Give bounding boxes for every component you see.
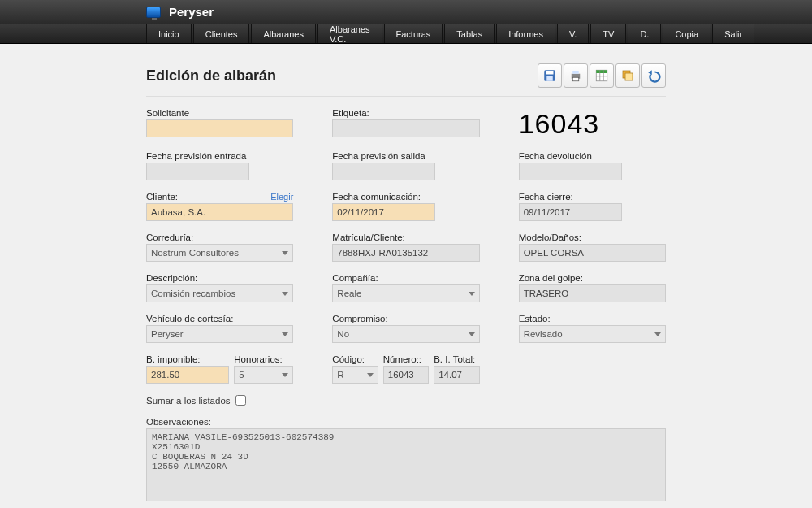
print-button[interactable] xyxy=(564,63,588,88)
menu-d[interactable]: D. xyxy=(628,24,661,43)
label-compania: Compañía: xyxy=(332,273,479,283)
input-f-prev-salida[interactable] xyxy=(332,163,435,180)
label-sumar: Sumar a los listados xyxy=(146,396,231,406)
textarea-observaciones[interactable] xyxy=(146,428,666,501)
input-etiqueta[interactable] xyxy=(332,119,479,137)
field-descripcion: Descripción: xyxy=(146,273,293,302)
select-honorarios[interactable] xyxy=(234,366,293,384)
grid-button[interactable] xyxy=(590,63,614,88)
content: Edición de albarán Solicitante xyxy=(0,44,812,508)
row-sumar: Sumar a los listados xyxy=(146,395,666,406)
svg-rect-7 xyxy=(596,70,607,73)
label-modelo: Modelo/Daños: xyxy=(519,232,666,242)
field-f-comunicacion: Fecha comunicación: xyxy=(332,192,479,221)
field-correduria: Correduría: xyxy=(146,232,293,262)
field-estado: Estado: xyxy=(519,314,666,343)
input-f-devolucion[interactable] xyxy=(519,163,622,180)
label-observaciones: Observaciones: xyxy=(146,417,666,427)
input-f-prev-entrada[interactable] xyxy=(146,163,249,180)
menu-albaranes-vc[interactable]: Albaranes V.C. xyxy=(317,24,382,43)
menu-salir[interactable]: Salir xyxy=(712,24,754,43)
page-title: Edición de albarán xyxy=(146,67,276,85)
field-f-prev-salida: Fecha previsión salida xyxy=(332,151,479,180)
field-solicitante: Solicitante xyxy=(146,108,293,140)
svg-rect-12 xyxy=(625,73,633,80)
label-numero: Número:: xyxy=(383,354,429,364)
toolbar xyxy=(538,63,666,88)
save-icon xyxy=(542,68,557,83)
field-zona-golpe: Zona del golpe: xyxy=(519,273,666,302)
app-logo-icon xyxy=(146,7,161,18)
label-descripcion: Descripción: xyxy=(146,273,293,283)
label-codigo: Código: xyxy=(332,354,378,364)
label-f-devolucion: Fecha devolución xyxy=(519,151,666,161)
svg-rect-1 xyxy=(546,71,554,75)
input-modelo[interactable] xyxy=(519,244,666,262)
select-descripcion[interactable] xyxy=(146,284,293,302)
label-solicitante: Solicitante xyxy=(146,108,293,118)
menu-albaranes[interactable]: Albaranes xyxy=(251,24,316,43)
link-elegir-cliente[interactable]: Elegir xyxy=(270,192,293,202)
menu-informes[interactable]: Informes xyxy=(496,24,555,43)
label-honorarios: Honorarios: xyxy=(234,354,293,364)
label-veh-cortesia: Vehículo de cortesía: xyxy=(146,314,293,323)
label-cliente: Cliente: xyxy=(146,192,178,202)
print-icon xyxy=(568,68,583,83)
input-cliente[interactable] xyxy=(146,203,293,221)
field-bignumber: 16043 xyxy=(519,108,666,140)
field-f-cierre: Fecha cierre: xyxy=(519,192,666,221)
checkbox-sumar[interactable] xyxy=(235,395,246,406)
field-compania: Compañía: xyxy=(332,273,479,302)
label-bi-total: B. I. Total: xyxy=(434,354,479,364)
menu-clientes[interactable]: Clientes xyxy=(193,24,250,43)
label-etiqueta: Etiqueta: xyxy=(332,108,479,118)
select-estado[interactable] xyxy=(519,325,666,343)
input-f-comunicacion[interactable] xyxy=(332,203,435,221)
input-bi-total[interactable] xyxy=(434,366,479,384)
svg-rect-4 xyxy=(572,71,579,74)
save-button[interactable] xyxy=(538,63,562,88)
menu-facturas[interactable]: Facturas xyxy=(384,24,443,43)
select-codigo[interactable] xyxy=(332,366,378,384)
input-zona-golpe[interactable] xyxy=(519,284,666,302)
topbar: Peryser xyxy=(0,0,812,24)
field-matricula: Matrícula/Cliente: xyxy=(332,232,479,262)
menu-copia[interactable]: Copia xyxy=(663,24,710,43)
input-solicitante[interactable] xyxy=(146,119,293,137)
menu-tablas[interactable]: Tablas xyxy=(444,24,495,43)
windows-button[interactable] xyxy=(615,63,640,88)
grid-icon xyxy=(594,68,609,83)
svg-rect-2 xyxy=(546,76,553,81)
input-f-cierre[interactable] xyxy=(519,203,622,221)
label-f-prev-entrada: Fecha previsión entrada xyxy=(146,151,293,161)
menu-v[interactable]: V. xyxy=(557,24,589,43)
field-codigo-numero-bitotal: Código: Número:: B. I. Total: xyxy=(332,354,479,384)
input-numero[interactable] xyxy=(383,366,429,384)
select-compromiso[interactable] xyxy=(332,325,479,343)
label-compromiso: Compromiso: xyxy=(332,314,479,323)
menu-inicio[interactable]: Inicio xyxy=(146,24,192,43)
field-cliente: Cliente: Elegir xyxy=(146,192,293,221)
undo-button[interactable] xyxy=(641,63,666,88)
label-f-comunicacion: Fecha comunicación: xyxy=(332,192,479,202)
field-bimp-honorarios: B. imponible: Honorarios: xyxy=(146,354,293,384)
input-b-imponible[interactable] xyxy=(146,366,229,384)
doc-number: 16043 xyxy=(519,108,666,140)
label-estado: Estado: xyxy=(519,314,666,323)
field-f-devolucion: Fecha devolución xyxy=(519,151,666,180)
menu-tv[interactable]: TV xyxy=(590,24,626,43)
label-f-prev-salida: Fecha previsión salida xyxy=(332,151,479,161)
label-b-imponible: B. imponible: xyxy=(146,354,229,364)
field-f-prev-entrada: Fecha previsión entrada xyxy=(146,151,293,180)
menubar: Inicio Clientes Albaranes Albaranes V.C.… xyxy=(0,24,812,44)
select-compania[interactable] xyxy=(332,284,479,302)
select-veh-cortesia[interactable] xyxy=(146,325,293,343)
input-matricula[interactable] xyxy=(332,244,479,262)
field-modelo: Modelo/Daños: xyxy=(519,232,666,262)
windows-icon xyxy=(620,68,635,83)
select-correduria[interactable] xyxy=(146,244,293,262)
form-grid: Solicitante Etiqueta: 16043 Fecha previs… xyxy=(146,108,666,384)
field-veh-cortesia: Vehículo de cortesía: xyxy=(146,314,293,343)
titlebar: Edición de albarán xyxy=(146,63,666,97)
label-zona-golpe: Zona del golpe: xyxy=(519,273,666,283)
